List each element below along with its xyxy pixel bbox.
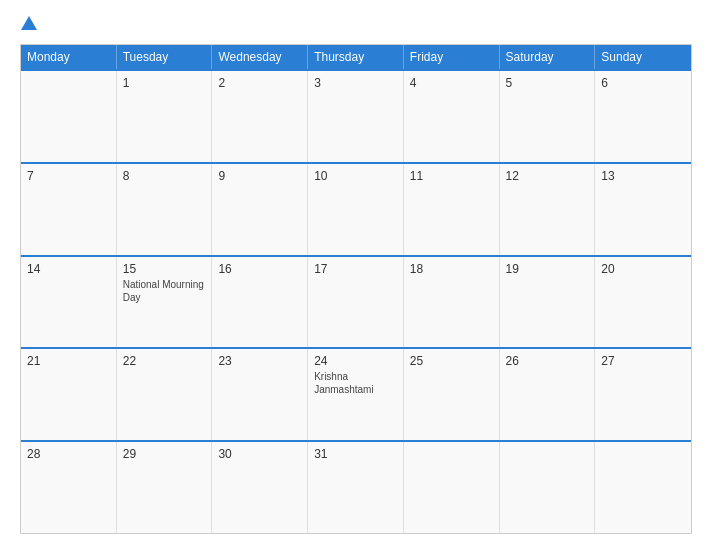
day-number: 21 bbox=[27, 354, 110, 368]
calendar-page: MondayTuesdayWednesdayThursdayFridaySatu… bbox=[0, 0, 712, 550]
calendar-cell: 21 bbox=[21, 349, 117, 440]
day-number: 13 bbox=[601, 169, 685, 183]
day-number: 9 bbox=[218, 169, 301, 183]
calendar-cell: 19 bbox=[500, 257, 596, 348]
calendar-cell bbox=[404, 442, 500, 533]
calendar-cell: 25 bbox=[404, 349, 500, 440]
day-number: 2 bbox=[218, 76, 301, 90]
calendar-cell: 12 bbox=[500, 164, 596, 255]
calendar-week-5: 28293031 bbox=[21, 440, 691, 533]
day-number: 1 bbox=[123, 76, 206, 90]
calendar-cell: 27 bbox=[595, 349, 691, 440]
day-number: 17 bbox=[314, 262, 397, 276]
day-number: 5 bbox=[506, 76, 589, 90]
calendar-cell: 28 bbox=[21, 442, 117, 533]
calendar-cell: 4 bbox=[404, 71, 500, 162]
calendar-cell: 8 bbox=[117, 164, 213, 255]
calendar-cell bbox=[500, 442, 596, 533]
day-number: 30 bbox=[218, 447, 301, 461]
weekday-header-sunday: Sunday bbox=[595, 45, 691, 69]
weekday-header-friday: Friday bbox=[404, 45, 500, 69]
logo-triangle-icon bbox=[21, 16, 37, 30]
day-number: 8 bbox=[123, 169, 206, 183]
day-number: 6 bbox=[601, 76, 685, 90]
day-number: 27 bbox=[601, 354, 685, 368]
day-number: 3 bbox=[314, 76, 397, 90]
calendar-cell: 15National Mourning Day bbox=[117, 257, 213, 348]
calendar-cell: 2 bbox=[212, 71, 308, 162]
calendar-cell bbox=[21, 71, 117, 162]
calendar-header: MondayTuesdayWednesdayThursdayFridaySatu… bbox=[21, 45, 691, 69]
day-number: 10 bbox=[314, 169, 397, 183]
day-number: 4 bbox=[410, 76, 493, 90]
day-number: 22 bbox=[123, 354, 206, 368]
calendar-cell: 9 bbox=[212, 164, 308, 255]
calendar-cell: 31 bbox=[308, 442, 404, 533]
event-label: Krishna Janmashtami bbox=[314, 370, 397, 396]
calendar-cell: 17 bbox=[308, 257, 404, 348]
weekday-header-saturday: Saturday bbox=[500, 45, 596, 69]
calendar-week-4: 21222324Krishna Janmashtami252627 bbox=[21, 347, 691, 440]
calendar-cell: 3 bbox=[308, 71, 404, 162]
calendar-cell: 13 bbox=[595, 164, 691, 255]
day-number: 11 bbox=[410, 169, 493, 183]
calendar-cell bbox=[595, 442, 691, 533]
calendar-cell: 18 bbox=[404, 257, 500, 348]
calendar-cell: 6 bbox=[595, 71, 691, 162]
day-number: 12 bbox=[506, 169, 589, 183]
calendar-cell: 14 bbox=[21, 257, 117, 348]
day-number: 7 bbox=[27, 169, 110, 183]
day-number: 14 bbox=[27, 262, 110, 276]
calendar-cell: 5 bbox=[500, 71, 596, 162]
day-number: 28 bbox=[27, 447, 110, 461]
calendar-cell: 11 bbox=[404, 164, 500, 255]
calendar-cell: 22 bbox=[117, 349, 213, 440]
page-header bbox=[20, 16, 692, 32]
calendar-grid: MondayTuesdayWednesdayThursdayFridaySatu… bbox=[20, 44, 692, 534]
day-number: 24 bbox=[314, 354, 397, 368]
day-number: 16 bbox=[218, 262, 301, 276]
event-label: National Mourning Day bbox=[123, 278, 206, 304]
day-number: 26 bbox=[506, 354, 589, 368]
calendar-cell: 10 bbox=[308, 164, 404, 255]
calendar-cell: 29 bbox=[117, 442, 213, 533]
weekday-header-thursday: Thursday bbox=[308, 45, 404, 69]
calendar-cell: 26 bbox=[500, 349, 596, 440]
calendar-cell: 23 bbox=[212, 349, 308, 440]
weekday-header-tuesday: Tuesday bbox=[117, 45, 213, 69]
calendar-week-2: 78910111213 bbox=[21, 162, 691, 255]
calendar-cell: 30 bbox=[212, 442, 308, 533]
calendar-cell: 24Krishna Janmashtami bbox=[308, 349, 404, 440]
day-number: 19 bbox=[506, 262, 589, 276]
weekday-header-wednesday: Wednesday bbox=[212, 45, 308, 69]
day-number: 25 bbox=[410, 354, 493, 368]
weekday-header-monday: Monday bbox=[21, 45, 117, 69]
calendar-cell: 16 bbox=[212, 257, 308, 348]
day-number: 15 bbox=[123, 262, 206, 276]
calendar-cell: 1 bbox=[117, 71, 213, 162]
day-number: 20 bbox=[601, 262, 685, 276]
logo bbox=[20, 16, 37, 32]
calendar-cell: 20 bbox=[595, 257, 691, 348]
calendar-week-1: 123456 bbox=[21, 69, 691, 162]
calendar-week-3: 1415National Mourning Day1617181920 bbox=[21, 255, 691, 348]
day-number: 23 bbox=[218, 354, 301, 368]
calendar-cell: 7 bbox=[21, 164, 117, 255]
day-number: 18 bbox=[410, 262, 493, 276]
day-number: 29 bbox=[123, 447, 206, 461]
calendar-body: 123456789101112131415National Mourning D… bbox=[21, 69, 691, 533]
day-number: 31 bbox=[314, 447, 397, 461]
